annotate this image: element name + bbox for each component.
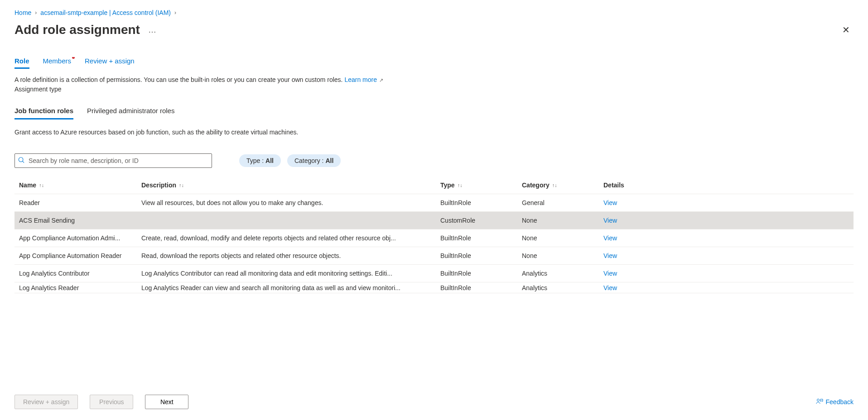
main-tabs: Role Members Review + assign bbox=[14, 57, 854, 69]
cell-name: Log Analytics Contributor bbox=[19, 270, 141, 277]
cell-name: Reader bbox=[19, 199, 141, 206]
next-button[interactable]: Next bbox=[145, 395, 188, 409]
feedback-icon bbox=[816, 398, 823, 406]
table-row[interactable]: ACS Email SendingCustomRoleNoneView bbox=[14, 212, 854, 229]
tab-review-assign[interactable]: Review + assign bbox=[85, 57, 135, 69]
close-button[interactable]: ✕ bbox=[839, 23, 854, 37]
cell-category: None bbox=[522, 234, 603, 242]
subtab-job-function[interactable]: Job function roles bbox=[14, 107, 73, 119]
more-actions-icon[interactable]: … bbox=[148, 25, 157, 35]
cell-category: Analytics bbox=[522, 284, 603, 291]
job-function-description: Grant access to Azure resources based on… bbox=[14, 128, 854, 137]
assignment-type-label: Assignment type bbox=[14, 85, 854, 94]
page-title: Add role assignment bbox=[14, 23, 140, 37]
alert-dot-icon bbox=[72, 57, 75, 59]
breadcrumb: Home › acsemail-smtp-example | Access co… bbox=[14, 9, 854, 16]
breadcrumb-resource[interactable]: acsemail-smtp-example | Access control (… bbox=[40, 9, 171, 16]
cell-description: Log Analytics Contributor can read all m… bbox=[141, 270, 440, 277]
svg-line-1 bbox=[23, 161, 24, 163]
view-link[interactable]: View bbox=[603, 199, 685, 206]
col-description[interactable]: Description↑↓ bbox=[141, 181, 440, 189]
filter-category-pill[interactable]: Category : All bbox=[287, 154, 341, 167]
filter-category-value: All bbox=[325, 157, 333, 164]
table-row[interactable]: ReaderView all resources, but does not a… bbox=[14, 194, 854, 212]
table-row[interactable]: Log Analytics ContributorLog Analytics C… bbox=[14, 265, 854, 282]
chevron-right-icon: › bbox=[174, 10, 176, 16]
cell-type: BuiltInRole bbox=[440, 284, 522, 291]
sort-icon: ↑↓ bbox=[458, 182, 463, 188]
previous-button: Previous bbox=[90, 395, 133, 409]
col-name[interactable]: Name↑↓ bbox=[19, 181, 141, 189]
col-type[interactable]: Type↑↓ bbox=[440, 181, 522, 189]
table-row[interactable]: App Compliance Automation Admi...Create,… bbox=[14, 229, 854, 247]
role-type-tabs: Job function roles Privileged administra… bbox=[14, 107, 854, 119]
svg-point-2 bbox=[817, 399, 819, 401]
tab-members[interactable]: Members bbox=[43, 57, 72, 69]
sort-icon: ↑↓ bbox=[179, 182, 184, 188]
cell-type: BuiltInRole bbox=[440, 234, 522, 242]
cell-category: General bbox=[522, 199, 603, 206]
feedback-link[interactable]: Feedback bbox=[816, 398, 854, 406]
filter-type-pill[interactable]: Type : All bbox=[239, 154, 281, 167]
view-link[interactable]: View bbox=[603, 234, 685, 242]
cell-type: BuiltInRole bbox=[440, 199, 522, 206]
filter-type-label: Type : bbox=[246, 157, 265, 164]
sort-icon: ↑↓ bbox=[552, 182, 557, 188]
cell-description: Create, read, download, modify and delet… bbox=[141, 234, 440, 242]
feedback-label: Feedback bbox=[826, 398, 854, 406]
cell-type: CustomRole bbox=[440, 217, 522, 224]
filter-category-label: Category : bbox=[294, 157, 325, 164]
cell-type: BuiltInRole bbox=[440, 270, 522, 277]
review-assign-button: Review + assign bbox=[14, 395, 78, 409]
subtab-privileged-admin[interactable]: Privileged administrator roles bbox=[87, 107, 174, 119]
helper-text-body: A role definition is a collection of per… bbox=[14, 76, 344, 83]
table-row[interactable]: App Compliance Automation ReaderRead, do… bbox=[14, 247, 854, 265]
chevron-right-icon: › bbox=[35, 10, 37, 16]
cell-description: View all resources, but does not allow y… bbox=[141, 199, 440, 206]
cell-name: App Compliance Automation Admi... bbox=[19, 234, 141, 242]
col-details: Details bbox=[603, 181, 685, 189]
helper-text: A role definition is a collection of per… bbox=[14, 75, 854, 85]
cell-description: Read, download the reports objects and r… bbox=[141, 252, 440, 259]
learn-more-link[interactable]: Learn more ↗ bbox=[344, 76, 383, 83]
roles-table: Name↑↓ Description↑↓ Type↑↓ Category↑↓ D… bbox=[14, 176, 854, 293]
col-category[interactable]: Category↑↓ bbox=[522, 181, 603, 189]
cell-name: App Compliance Automation Reader bbox=[19, 252, 141, 259]
table-row[interactable]: Log Analytics ReaderLog Analytics Reader… bbox=[14, 282, 854, 293]
search-input[interactable] bbox=[14, 153, 212, 168]
cell-category: None bbox=[522, 217, 603, 224]
cell-name: Log Analytics Reader bbox=[19, 284, 141, 291]
view-link[interactable]: View bbox=[603, 270, 685, 277]
svg-point-0 bbox=[19, 158, 23, 162]
tab-role[interactable]: Role bbox=[14, 57, 29, 69]
tab-members-label: Members bbox=[43, 57, 72, 65]
close-icon: ✕ bbox=[842, 25, 850, 35]
filter-type-value: All bbox=[265, 157, 274, 164]
view-link[interactable]: View bbox=[603, 217, 685, 224]
cell-type: BuiltInRole bbox=[440, 252, 522, 259]
breadcrumb-home[interactable]: Home bbox=[14, 9, 31, 16]
cell-category: Analytics bbox=[522, 270, 603, 277]
view-link[interactable]: View bbox=[603, 284, 685, 291]
sort-icon: ↑↓ bbox=[39, 182, 44, 188]
view-link[interactable]: View bbox=[603, 252, 685, 259]
external-link-icon: ↗ bbox=[378, 77, 383, 83]
table-header: Name↑↓ Description↑↓ Type↑↓ Category↑↓ D… bbox=[14, 176, 854, 194]
cell-category: None bbox=[522, 252, 603, 259]
cell-description: Log Analytics Reader can view and search… bbox=[141, 284, 440, 291]
search-icon bbox=[18, 157, 24, 165]
cell-name: ACS Email Sending bbox=[19, 217, 141, 224]
